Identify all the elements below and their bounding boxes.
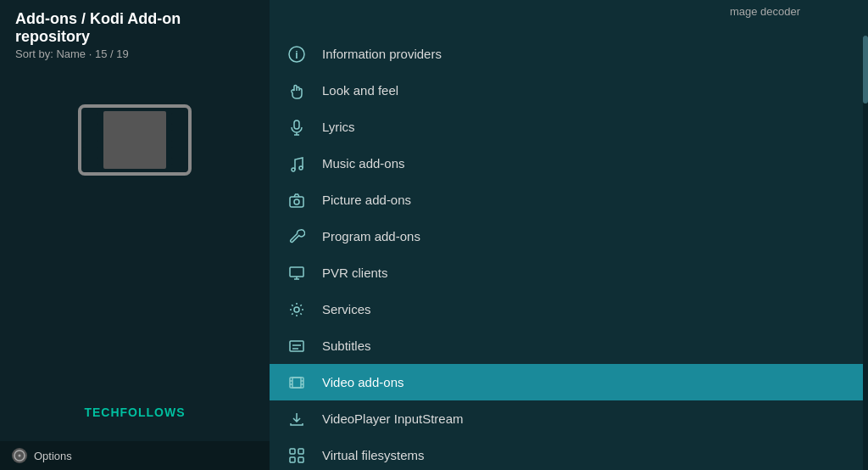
scrollbar[interactable] [863, 36, 868, 470]
svg-rect-17 [290, 197, 303, 207]
menu-item-music-add-ons[interactable]: Music add-ons [270, 145, 868, 182]
look-and-feel-icon [287, 81, 307, 101]
brand-label: TECHFOLLOWS [84, 406, 185, 419]
svg-rect-7 [171, 130, 186, 142]
videoplayer-inputstream-label: VideoPlayer InputStream [322, 411, 464, 426]
menu-item-virtual-filesystems[interactable]: Virtual filesystems [270, 437, 868, 470]
program-add-ons-label: Program add-ons [322, 229, 420, 243]
svg-rect-4 [83, 147, 98, 159]
svg-rect-8 [171, 147, 186, 159]
options-label: Options [34, 450, 72, 462]
svg-rect-1 [103, 111, 166, 169]
svg-rect-25 [292, 378, 301, 388]
information-providers-label: Information providers [322, 47, 442, 61]
sort-info: Sort by: Name · 15 / 19 [15, 48, 254, 60]
virtual-filesystems-icon [287, 445, 307, 466]
music-add-ons-label: Music add-ons [322, 156, 405, 171]
look-and-feel-label: Look and feel [322, 83, 398, 98]
svg-rect-14 [294, 120, 299, 129]
menu-item-look-and-feel[interactable]: Look and feel [270, 72, 868, 109]
svg-rect-5 [83, 164, 98, 172]
options-bar[interactable]: Options [0, 441, 270, 470]
menu-item-videoplayer-inputstream[interactable]: VideoPlayer InputStream [270, 400, 868, 437]
menu-item-information-providers[interactable]: iInformation providers [270, 36, 868, 72]
services-icon [287, 299, 307, 320]
svg-rect-30 [290, 449, 295, 454]
music-add-ons-icon [287, 154, 307, 174]
scrollbar-thumb [863, 36, 868, 104]
video-add-ons-icon [287, 372, 307, 393]
svg-rect-31 [298, 449, 303, 454]
svg-rect-9 [171, 164, 186, 172]
svg-point-18 [294, 199, 299, 204]
program-add-ons-icon [287, 227, 307, 247]
menu-item-pvr-clients[interactable]: PVR clients [270, 255, 868, 291]
svg-rect-21 [290, 341, 303, 351]
options-icon [12, 448, 27, 463]
lyrics-label: Lyrics [322, 120, 355, 134]
left-panel: Add-ons / Kodi Add-on repository Sort by… [0, 0, 270, 470]
film-icon-area [0, 98, 270, 182]
svg-rect-19 [290, 267, 303, 277]
menu-item-services[interactable]: Services [270, 291, 868, 327]
menu-item-lyrics[interactable]: Lyrics [270, 109, 868, 145]
svg-rect-3 [83, 130, 98, 142]
breadcrumb: Add-ons / Kodi Add-on repository [15, 10, 254, 46]
svg-rect-33 [298, 457, 303, 462]
svg-point-11 [19, 455, 21, 457]
videoplayer-inputstream-icon [287, 409, 307, 429]
film-strip-icon [71, 98, 198, 182]
right-panel: mage decoder iInformation providersLook … [270, 0, 868, 470]
svg-rect-6 [171, 113, 186, 125]
breadcrumb-text: Add-ons / Kodi Add-on repository [15, 10, 254, 46]
pvr-clients-icon [287, 263, 307, 283]
pvr-clients-label: PVR clients [322, 266, 388, 280]
menu-item-picture-add-ons[interactable]: Picture add-ons [270, 182, 868, 218]
svg-rect-32 [290, 457, 295, 462]
subtitles-label: Subtitles [322, 339, 371, 353]
picture-add-ons-icon [287, 190, 307, 210]
menu-item-program-add-ons[interactable]: Program add-ons [270, 218, 868, 255]
menu-item-subtitles[interactable]: Subtitles [270, 327, 868, 364]
svg-point-16 [299, 166, 303, 170]
virtual-filesystems-label: Virtual filesystems [322, 448, 425, 462]
svg-point-20 [294, 307, 299, 312]
subtitles-icon [287, 336, 307, 356]
video-add-ons-label: Video add-ons [322, 375, 403, 389]
svg-rect-2 [83, 113, 98, 125]
header-area: Add-ons / Kodi Add-on repository Sort by… [0, 0, 270, 64]
svg-text:i: i [295, 49, 298, 61]
services-label: Services [322, 302, 371, 316]
picture-add-ons-label: Picture add-ons [322, 193, 411, 207]
lyrics-icon [287, 117, 307, 137]
svg-point-15 [292, 168, 295, 171]
menu-item-video-add-ons[interactable]: Video add-ons [270, 364, 868, 400]
top-hint: mage decoder [730, 0, 800, 23]
information-providers-icon: i [287, 44, 307, 64]
menu-list: iInformation providersLook and feelLyric… [270, 36, 868, 470]
